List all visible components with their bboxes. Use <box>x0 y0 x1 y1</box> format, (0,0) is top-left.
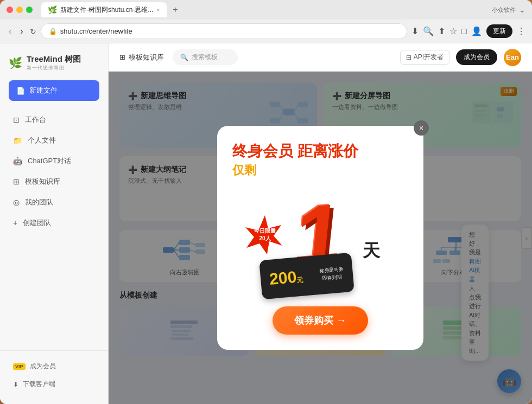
starburst-line1: 今日限量 <box>254 227 276 235</box>
coupon-card: 200元 终身是马券 即将到期 <box>259 253 354 300</box>
back-button[interactable]: ‹ <box>7 24 14 39</box>
download-icon: ⬇ <box>13 381 18 388</box>
browser-actions: ⬇ 🔍 ⬆ ☆ □ 👤 更新 ⋮ <box>411 24 525 38</box>
main-content: ➕ 新建思维导图 整理逻辑、发散思维 <box>109 72 532 404</box>
search-box[interactable]: 🔍 搜索模板 <box>173 49 238 65</box>
brand-sub: 新一代思维导图 <box>27 65 81 72</box>
chatgpt-label: ChatGPT对话 <box>28 156 71 166</box>
coupon-label-line2: 即将到期 <box>320 273 345 283</box>
search-icon[interactable]: 🔍 <box>423 26 434 36</box>
watermark: 小众软件 <box>492 6 516 14</box>
sidebar-item-chatgpt[interactable]: 🤖 ChatGPT对话 <box>4 151 104 171</box>
workbench-label: 工作台 <box>25 115 46 125</box>
traffic-lights <box>7 7 33 13</box>
tab-bar: 🌿 新建文件-树图网shutu.cn-思维... × + <box>41 2 487 17</box>
sidebar-item-personal[interactable]: 📁 个人文件 <box>4 130 104 151</box>
titlebar: 🌿 新建文件-树图网shutu.cn-思维... × + 小众软件 ⌄ <box>0 0 532 20</box>
more-button[interactable]: ⋮ <box>517 26 525 36</box>
app-header: ⊞ 模板知识库 🔍 搜索模板 ⊟ API开发者 成为会员 Ean <box>109 43 532 72</box>
template-library-button[interactable]: ⊞ 模板知识库 <box>119 53 164 62</box>
new-tab-button[interactable]: + <box>169 3 182 16</box>
lock-icon: 🔒 <box>49 28 57 35</box>
brand-name: TreeMind 树图 <box>27 54 81 65</box>
app-layout: 🌿 TreeMind 树图 新一代思维导图 📄 新建文件 ⊡ 工作台 📁 个人文… <box>0 43 532 404</box>
become-member-label: 成为会员 <box>30 362 56 371</box>
coupon-label: 终身是马券 即将到期 <box>319 265 345 283</box>
starburst-line2: 20人 <box>259 235 270 242</box>
starburst-text: 今日限量 20人 <box>244 214 286 255</box>
search-icon: 🔍 <box>180 54 188 61</box>
modal-card: × 终身会员 距离涨价 仅剩 1 天 <box>217 126 423 350</box>
sidebar-item-templates[interactable]: ⊞ 模板知识库 <box>4 171 104 192</box>
share-icon[interactable]: ⬆ <box>438 26 445 36</box>
tab-close-button[interactable]: × <box>156 7 160 13</box>
templates-icon: ⊞ <box>13 177 20 186</box>
update-button[interactable]: 更新 <box>486 24 512 38</box>
app-window: 🌿 新建文件-树图网shutu.cn-思维... × + 小众软件 ⌄ ‹ › … <box>0 0 532 404</box>
create-team-icon: + <box>13 219 17 227</box>
workbench-icon: ⊡ <box>13 116 20 124</box>
team-icon: ◎ <box>13 198 20 207</box>
brand: 🌿 TreeMind 树图 新一代思维导图 <box>0 50 108 80</box>
api-label: API开发者 <box>414 53 444 62</box>
sidebar-item-workbench[interactable]: ⊡ 工作台 <box>4 110 104 130</box>
personal-label: 个人文件 <box>28 136 56 145</box>
team-label: 我的团队 <box>25 197 53 207</box>
modal-body: 1 天 200元 终身是马券 <box>232 187 408 296</box>
create-team-label: 创建团队 <box>23 218 51 228</box>
template-lib-icon: ⊞ <box>119 53 125 61</box>
personal-icon: 📁 <box>13 136 22 145</box>
modal-headline: 终身会员 距离涨价 <box>232 142 408 161</box>
tab-title: 新建文件-树图网shutu.cn-思维... <box>60 5 153 15</box>
become-member-item[interactable]: VIP 成为会员 <box>4 357 104 375</box>
modal-day-label: 天 <box>363 239 380 263</box>
active-tab[interactable]: 🌿 新建文件-树图网shutu.cn-思维... × <box>41 2 167 17</box>
sidebar-nav: ⊡ 工作台 📁 个人文件 🤖 ChatGPT对话 ⊞ 模板知识库 ◎ 我 <box>0 110 108 350</box>
sidebar-item-team[interactable]: ◎ 我的团队 <box>4 192 104 213</box>
url-text: shutu.cn/center/newfile <box>60 27 132 35</box>
sidebar-item-create-team[interactable]: + 创建团队 <box>4 213 104 233</box>
sidebar: 🌿 TreeMind 树图 新一代思维导图 📄 新建文件 ⊡ 工作台 📁 个人文… <box>0 43 109 404</box>
new-file-button[interactable]: 📄 新建文件 <box>9 80 99 101</box>
coupon-amount: 200元 <box>269 267 304 288</box>
new-file-icon: 📄 <box>16 87 25 95</box>
vip-badge: VIP <box>13 363 26 370</box>
close-button[interactable] <box>7 7 13 13</box>
templates-label: 模板知识库 <box>25 177 60 187</box>
app-header-right: ⊟ API开发者 成为会员 Ean <box>400 49 521 66</box>
minimize-button[interactable] <box>16 7 23 13</box>
modal-sub: 仅剩 <box>232 162 408 178</box>
api-icon: ⊟ <box>406 54 411 61</box>
template-lib-label: 模板知识库 <box>129 53 164 62</box>
modal-overlay[interactable]: × 终身会员 距离涨价 仅剩 1 天 <box>109 72 532 404</box>
sidebar-icon[interactable]: □ <box>461 27 467 36</box>
new-file-label: 新建文件 <box>29 86 58 95</box>
app-header-left: ⊞ 模板知识库 🔍 搜索模板 <box>119 49 238 65</box>
cta-button[interactable]: 领券购买 → <box>273 306 368 335</box>
starburst-container: 今日限量 20人 <box>244 214 286 255</box>
download-icon[interactable]: ⬇ <box>411 26 419 36</box>
search-placeholder: 搜索模板 <box>192 53 218 62</box>
chatgpt-icon: 🤖 <box>13 157 22 165</box>
tab-favicon: 🌿 <box>48 5 57 14</box>
member-button[interactable]: 成为会员 <box>456 49 497 65</box>
profile-icon[interactable]: 👤 <box>471 26 482 36</box>
download-label: 下载客户端 <box>23 380 55 389</box>
expand-icon[interactable]: ⌄ <box>519 5 525 14</box>
coupon-currency: 元 <box>296 276 303 284</box>
titlebar-right: 小众软件 ⌄ <box>492 5 525 14</box>
brand-icon: 🌿 <box>9 56 22 69</box>
avatar[interactable]: Ean <box>504 49 521 66</box>
browser-chrome: ‹ › ↻ 🔒 shutu.cn/center/newfile ⬇ 🔍 ⬆ ☆ … <box>0 20 532 43</box>
forward-button[interactable]: › <box>18 24 25 39</box>
download-client-item[interactable]: ⬇ 下载客户端 <box>4 375 104 393</box>
fullscreen-button[interactable] <box>26 7 33 13</box>
modal-close-button[interactable]: × <box>414 120 429 136</box>
address-bar[interactable]: 🔒 shutu.cn/center/newfile <box>41 23 408 39</box>
api-button[interactable]: ⊟ API开发者 <box>400 50 449 65</box>
bookmark-icon[interactable]: ☆ <box>449 26 457 36</box>
sidebar-footer: VIP 成为会员 ⬇ 下载客户端 <box>0 350 108 397</box>
coupon-amount-value: 200 <box>269 268 297 288</box>
refresh-button[interactable]: ↻ <box>30 27 36 36</box>
